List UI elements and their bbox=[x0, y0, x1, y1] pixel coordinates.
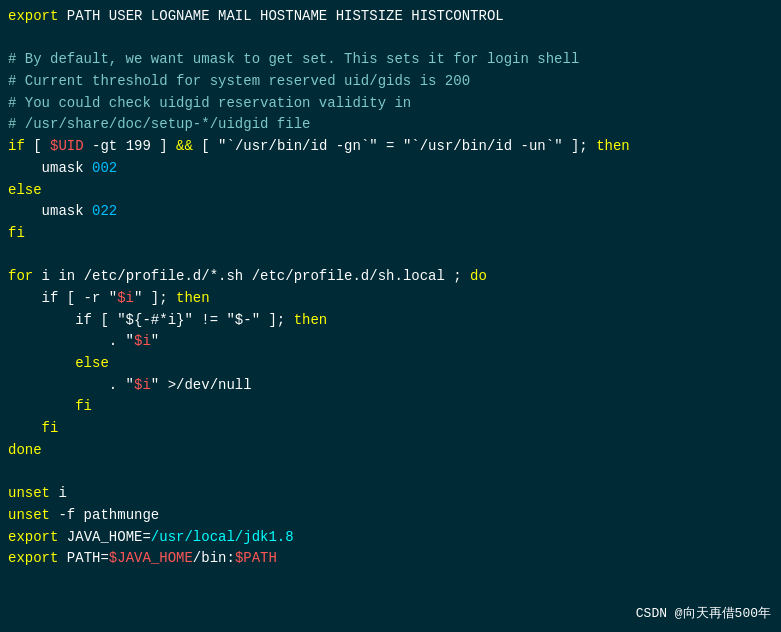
code-line: . "$i" >/dev/null bbox=[8, 375, 773, 397]
code-container: export PATH USER LOGNAME MAIL HOSTNAME H… bbox=[0, 0, 781, 632]
code-line: for i in /etc/profile.d/*.sh /etc/profil… bbox=[8, 266, 773, 288]
code-line: fi bbox=[8, 418, 773, 440]
code-line: else bbox=[8, 180, 773, 202]
code-line: unset -f pathmunge bbox=[8, 505, 773, 527]
code-line: else bbox=[8, 353, 773, 375]
code-lines: export PATH USER LOGNAME MAIL HOSTNAME H… bbox=[8, 6, 773, 570]
code-line: if [ -r "$i" ]; then bbox=[8, 288, 773, 310]
code-line: # By default, we want umask to get set. … bbox=[8, 49, 773, 71]
code-line: if [ $UID -gt 199 ] && [ "`/usr/bin/id -… bbox=[8, 136, 773, 158]
code-line: export PATH=$JAVA_HOME/bin:$PATH bbox=[8, 548, 773, 570]
code-line: . "$i" bbox=[8, 331, 773, 353]
code-line: # /usr/share/doc/setup-*/uidgid file bbox=[8, 114, 773, 136]
code-line: if [ "${-#*i}" != "$-" ]; then bbox=[8, 310, 773, 332]
code-line: # Current threshold for system reserved … bbox=[8, 71, 773, 93]
code-line: fi bbox=[8, 223, 773, 245]
code-line: export JAVA_HOME=/usr/local/jdk1.8 bbox=[8, 527, 773, 549]
code-line: # You could check uidgid reservation val… bbox=[8, 93, 773, 115]
code-line bbox=[8, 28, 773, 50]
code-line: umask 022 bbox=[8, 201, 773, 223]
code-line: export PATH USER LOGNAME MAIL HOSTNAME H… bbox=[8, 6, 773, 28]
code-line: fi bbox=[8, 396, 773, 418]
watermark: CSDN @向天再借500年 bbox=[636, 604, 771, 624]
code-line: done bbox=[8, 440, 773, 462]
code-line bbox=[8, 461, 773, 483]
code-line: unset i bbox=[8, 483, 773, 505]
code-line bbox=[8, 245, 773, 267]
code-line: umask 002 bbox=[8, 158, 773, 180]
